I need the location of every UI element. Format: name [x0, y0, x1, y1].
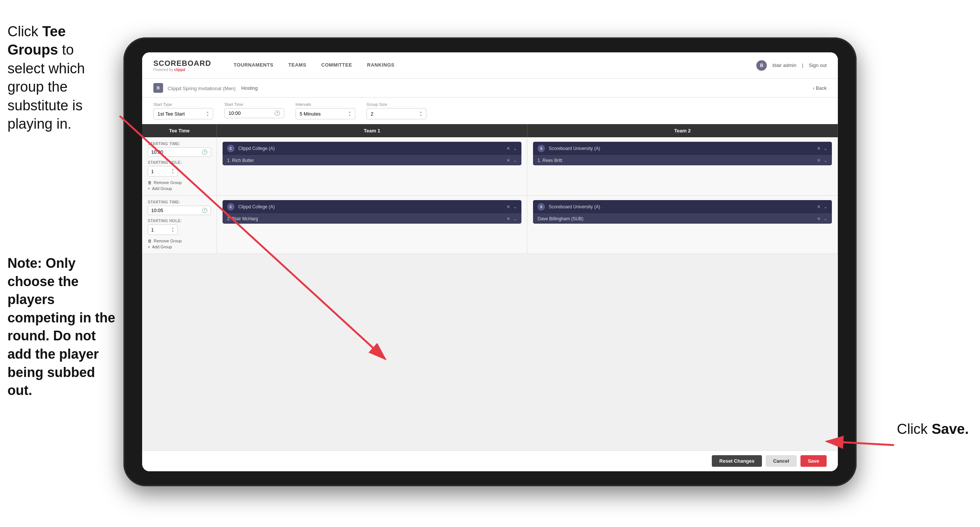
- tee-controls-2: STARTING TIME: 10:05 🕐 STARTING HOLE: 1 …: [142, 196, 217, 253]
- tourney-title: Clippd Spring Invitational: [167, 86, 221, 91]
- team1-expand-icon-2[interactable]: ⌄: [513, 204, 517, 209]
- remove-icon-2: 🗑: [148, 239, 152, 243]
- nav-right: B blair admin | Sign out: [756, 60, 827, 71]
- team1-name-1: Clippd College (A): [238, 146, 506, 151]
- save-bold: Save.: [932, 421, 969, 437]
- intervals-input[interactable]: 5 Minutes ▲▼: [296, 108, 355, 119]
- team1-card-2[interactable]: C Clippd College (A) ✕ ⌄ 2. Blair McHarg…: [223, 200, 522, 224]
- team2-actions-1: ✕ ⌄: [817, 146, 827, 151]
- team1-icon-2: C: [227, 203, 234, 210]
- signout-link[interactable]: Sign out: [809, 62, 827, 68]
- team1-name-2: Clippd College (A): [238, 204, 506, 209]
- time-input-1[interactable]: 10:00 🕐: [148, 147, 211, 157]
- content-area: STARTING TIME: 10:00 🕐 STARTING HOLE: 1 …: [142, 137, 838, 450]
- start-time-label: Start Time: [224, 102, 284, 107]
- save-button[interactable]: Save: [800, 455, 827, 467]
- start-type-stepper[interactable]: ▲▼: [206, 110, 209, 117]
- tee-group-2: STARTING TIME: 10:05 🕐 STARTING HOLE: 1 …: [142, 196, 838, 254]
- team2-expand-icon-1[interactable]: ⌄: [824, 146, 827, 151]
- intervals-value: 5 Minutes: [300, 111, 321, 117]
- hole-stepper-1[interactable]: ▲▼: [171, 168, 174, 175]
- remove-icon-1: 🗑: [148, 180, 152, 185]
- add-group-btn-2[interactable]: + Add Group: [148, 245, 211, 249]
- hole-input-1[interactable]: 1 ▲▼: [148, 166, 178, 177]
- player-close-icon-2-2[interactable]: ✕: [817, 216, 821, 221]
- remove-group-btn-1[interactable]: 🗑 Remove Group: [148, 180, 211, 185]
- hole-input-2[interactable]: 1 ▲▼: [148, 224, 178, 235]
- nav-rankings[interactable]: RANKINGS: [360, 53, 402, 78]
- tourney-name: Clippd Spring Invitational (Men): [167, 85, 235, 91]
- player-row-1-2: 2. Blair McHarg ✕ ⌄: [223, 213, 522, 224]
- nav-teams[interactable]: TEAMS: [281, 53, 314, 78]
- team1-close-icon-1[interactable]: ✕: [506, 146, 510, 151]
- team2-card-1[interactable]: S Scoreboard University (A) ✕ ⌄ 1. Rees …: [533, 142, 832, 165]
- team2-header-1: S Scoreboard University (A) ✕ ⌄: [533, 142, 832, 155]
- player-expand-icon-2-2[interactable]: ⌄: [824, 216, 827, 221]
- player-expand-icon-1-2[interactable]: ⌄: [513, 216, 517, 221]
- intervals-stepper[interactable]: ▲▼: [348, 110, 351, 117]
- tourney-icon: B: [153, 83, 163, 93]
- tee-controls-1: STARTING TIME: 10:00 🕐 STARTING HOLE: 1 …: [142, 137, 217, 195]
- player-expand-icon-2-1[interactable]: ⌄: [824, 158, 827, 163]
- team2-cell-2: S Scoreboard University (A) ✕ ⌄ Dave Bil…: [527, 196, 838, 253]
- logo-text: SCOREBOARD: [153, 59, 211, 68]
- intervals-label: Intervals: [296, 102, 355, 107]
- sub-header: B Clippd Spring Invitational (Men) Hosti…: [142, 78, 838, 98]
- team1-header-2: C Clippd College (A) ✕ ⌄: [223, 200, 522, 213]
- team2-icon-1: S: [538, 145, 545, 152]
- team2-header-2: S Scoreboard University (A) ✕ ⌄: [533, 200, 832, 213]
- tee-group-1: STARTING TIME: 10:00 🕐 STARTING HOLE: 1 …: [142, 137, 838, 196]
- remove-group-label-1: Remove Group: [154, 180, 182, 185]
- time-value-1: 10:00: [151, 149, 164, 155]
- reset-changes-button[interactable]: Reset Changes: [712, 455, 762, 467]
- hole-stepper-2[interactable]: ▲▼: [171, 226, 174, 233]
- main-instruction: Click Tee Groups to select which group t…: [0, 22, 116, 133]
- remove-group-btn-2[interactable]: 🗑 Remove Group: [148, 239, 211, 243]
- team1-expand-icon-1[interactable]: ⌄: [513, 146, 517, 151]
- top-nav: SCOREBOARD Powered by clippd TOURNAMENTS…: [142, 53, 838, 78]
- player-actions-1-2: ✕ ⌄: [506, 216, 517, 221]
- click-save-instruction: Click Save.: [897, 421, 969, 437]
- group-size-stepper[interactable]: ▲▼: [419, 110, 422, 117]
- start-type-label: Start Type: [153, 102, 213, 107]
- start-type-value: 1st Tee Start: [158, 111, 185, 117]
- logo: SCOREBOARD Powered by clippd: [153, 59, 211, 72]
- team2-close-icon-2[interactable]: ✕: [817, 204, 821, 209]
- player-close-icon-1-1[interactable]: ✕: [506, 158, 510, 163]
- clock-icon: 🕐: [274, 110, 280, 116]
- start-time-group: Start Time 10:00 🕐: [224, 102, 284, 119]
- team2-expand-icon-2[interactable]: ⌄: [824, 204, 827, 209]
- player-row-2-2: Dave Billingham (SUB) ✕ ⌄: [533, 213, 832, 224]
- team1-close-icon-2[interactable]: ✕: [506, 204, 510, 209]
- admin-name: blair admin: [772, 62, 796, 68]
- start-time-input[interactable]: 10:00 🕐: [224, 108, 284, 118]
- player-name-1-2: 2. Blair McHarg: [227, 216, 506, 221]
- player-row-2-1: 1. Rees Britt ✕ ⌄: [533, 155, 832, 165]
- group-size-input[interactable]: 2 ▲▼: [367, 108, 426, 119]
- player-name-2-1: 1. Rees Britt: [538, 158, 817, 163]
- col-header-team1: Team 1: [217, 124, 527, 137]
- time-input-2[interactable]: 10:05 🕐: [148, 206, 211, 215]
- player-row-1-1: 1. Rich Butler ✕ ⌄: [223, 155, 522, 165]
- settings-bar: Start Type 1st Tee Start ▲▼ Start Time 1…: [142, 98, 838, 124]
- player-close-icon-2-1[interactable]: ✕: [817, 158, 821, 163]
- start-type-input[interactable]: 1st Tee Start ▲▼: [153, 108, 213, 119]
- team1-actions-1: ✕ ⌄: [506, 146, 517, 151]
- starting-time-label-2: STARTING TIME:: [148, 200, 211, 204]
- player-expand-icon-1-1[interactable]: ⌄: [513, 158, 517, 163]
- add-group-btn-1[interactable]: + Add Group: [148, 186, 211, 191]
- back-link[interactable]: ‹ Back: [813, 85, 827, 91]
- team2-card-2[interactable]: S Scoreboard University (A) ✕ ⌄ Dave Bil…: [533, 200, 832, 224]
- group-size-value: 2: [371, 111, 373, 117]
- player-actions-2-2: ✕ ⌄: [817, 216, 827, 221]
- nav-tournaments[interactable]: TOURNAMENTS: [226, 53, 280, 78]
- player-close-icon-1-2[interactable]: ✕: [506, 216, 510, 221]
- group-size-group: Group Size 2 ▲▼: [367, 102, 426, 119]
- team2-close-icon-1[interactable]: ✕: [817, 146, 821, 151]
- team1-card-1[interactable]: C Clippd College (A) ✕ ⌄ 1. Rich Butler …: [223, 142, 522, 165]
- intervals-group: Intervals 5 Minutes ▲▼: [296, 102, 355, 119]
- nav-committee[interactable]: COMMITTEE: [314, 53, 360, 78]
- nav-items: TOURNAMENTS TEAMS COMMITTEE RANKINGS: [226, 53, 756, 78]
- admin-avatar: B: [756, 60, 767, 71]
- cancel-button[interactable]: Cancel: [766, 455, 797, 467]
